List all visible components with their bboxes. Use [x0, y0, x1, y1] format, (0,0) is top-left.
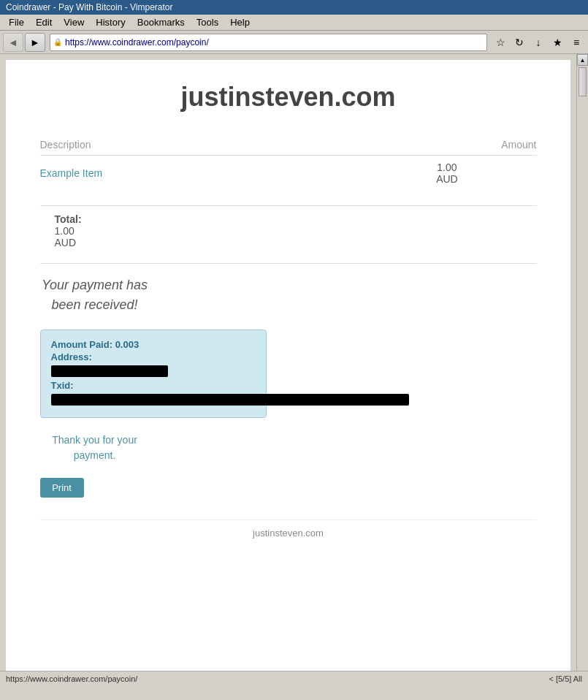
menu-edit[interactable]: Edit — [30, 15, 58, 29]
desc-header: Description — [40, 134, 358, 156]
page-footer: justinsteven.com — [40, 520, 537, 539]
item-name: Example Item — [40, 156, 358, 191]
browser-content: justinsteven.com Description Amount Exam… — [0, 54, 588, 685]
txid-redacted — [51, 394, 409, 406]
browser-area: justinsteven.com Description Amount Exam… — [0, 54, 588, 685]
toolbar-icons: ☆ ↻ ↓ ★ ≡ — [492, 34, 585, 51]
payment-info-box: Amount Paid: 0.003 Address: Txid: — [40, 330, 267, 418]
scroll-thumb[interactable] — [579, 67, 587, 96]
menu-history[interactable]: History — [90, 15, 131, 29]
menu-icon[interactable]: ≡ — [568, 34, 585, 51]
total-amount: 1.00 — [55, 225, 537, 237]
menu-view[interactable]: View — [58, 15, 90, 29]
back-button[interactable]: ◄ — [3, 33, 23, 52]
txid-label: Txid: — [51, 380, 256, 391]
amount-header: Amount — [357, 134, 536, 156]
bookmark-icon[interactable]: ★ — [549, 34, 566, 51]
amount-paid-value: 0.003 — [115, 339, 140, 350]
total-label: Total: — [55, 213, 537, 225]
item-amount-value: 1.00 — [437, 161, 457, 173]
toolbar: ◄ ► 🔒 https://www.coindrawer.com/paycoin… — [0, 31, 588, 54]
payment-message: Your payment has been received! — [40, 275, 150, 315]
page-body: justinsteven.com Description Amount Exam… — [11, 60, 566, 553]
title-bar-text: Coindrawer - Pay With Bitcoin - Vimperat… — [6, 2, 173, 12]
star-icon[interactable]: ☆ — [492, 34, 509, 51]
scroll-track — [577, 66, 588, 674]
item-amount: 1.00 AUD — [357, 156, 536, 191]
scrollbar[interactable]: ▲ ▼ — [576, 54, 588, 685]
menu-bookmarks[interactable]: Bookmarks — [131, 15, 191, 29]
menu-file[interactable]: File — [3, 15, 30, 29]
address-bar[interactable]: 🔒 https://www.coindrawer.com/paycoin/ — [50, 34, 487, 51]
address-redacted — [51, 365, 168, 377]
item-currency: AUD — [436, 173, 458, 185]
amount-paid-label: Amount Paid: 0.003 — [51, 339, 256, 350]
status-bar: https://www.coindrawer.com/paycoin/ < [5… — [0, 671, 588, 685]
total-currency: AUD — [55, 237, 537, 248]
menu-tools[interactable]: Tools — [191, 15, 224, 29]
total-section: Total: 1.00 AUD — [40, 205, 537, 248]
menu-bar: File Edit View History Bookmarks Tools H… — [0, 15, 588, 31]
thank-you-text: Thank you for your payment. — [40, 433, 150, 463]
status-right: < [5/5] All — [549, 674, 582, 683]
refresh-icon[interactable]: ↻ — [511, 34, 528, 51]
download-icon[interactable]: ↓ — [530, 34, 547, 51]
forward-button[interactable]: ► — [25, 33, 45, 52]
site-title: justinsteven.com — [40, 82, 537, 113]
print-button[interactable]: Print — [40, 478, 84, 498]
status-url: https://www.coindrawer.com/paycoin/ — [6, 674, 137, 683]
scroll-up-button[interactable]: ▲ — [577, 54, 588, 66]
lock-icon: 🔒 — [53, 38, 62, 46]
table-row: Example Item 1.00 AUD — [40, 156, 537, 191]
title-bar: Coindrawer - Pay With Bitcoin - Vimperat… — [0, 0, 588, 15]
address-label: Address: — [51, 351, 256, 362]
web-content: justinsteven.com Description Amount Exam… — [6, 60, 570, 680]
address-text: https://www.coindrawer.com/paycoin/ — [65, 37, 484, 47]
menu-help[interactable]: Help — [224, 15, 256, 29]
invoice-table: Description Amount Example Item 1.00 AUD — [40, 134, 537, 191]
